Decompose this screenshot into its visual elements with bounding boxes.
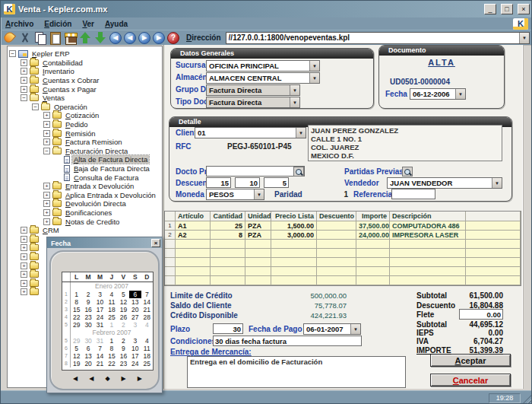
- tree-item-pedido[interactable]: +Pedido: [8, 120, 162, 129]
- tree-item-cuentas-x-pagar[interactable]: +Cuentas x Pagar: [8, 84, 162, 94]
- table-cell[interactable]: 24,000.00: [356, 231, 390, 240]
- table-cell[interactable]: 1,500.00: [271, 221, 317, 231]
- search-icon[interactable]: [293, 167, 304, 177]
- flame-icon[interactable]: [3, 31, 16, 44]
- expand-toggle-icon[interactable]: +: [21, 68, 27, 75]
- expand-toggle-icon[interactable]: +: [21, 227, 27, 234]
- calendar-day[interactable]: 28: [141, 313, 153, 321]
- cut-icon[interactable]: [18, 31, 31, 44]
- tree-item-ventas[interactable]: −Ventas: [8, 94, 162, 103]
- calendar-day[interactable]: 8: [106, 345, 117, 352]
- table-cell[interactable]: 3,000.00: [271, 231, 317, 240]
- calendar-day[interactable]: 5: [118, 291, 129, 298]
- maximize-button[interactable]: □: [501, 4, 513, 14]
- table-cell[interactable]: [356, 267, 390, 276]
- calendar-day[interactable]: 2: [118, 321, 129, 329]
- calendar-day[interactable]: 23: [118, 360, 129, 367]
- calendar-day[interactable]: 19: [118, 306, 129, 313]
- calendar-day[interactable]: 18: [106, 306, 117, 313]
- table-cell[interactable]: [245, 258, 271, 267]
- copy-icon[interactable]: [33, 31, 46, 44]
- calendar-day[interactable]: 24: [129, 360, 141, 367]
- expand-toggle-icon[interactable]: +: [21, 253, 27, 260]
- move-down-icon[interactable]: [94, 31, 107, 44]
- calendar-day[interactable]: 3: [129, 321, 141, 329]
- moneda-combo[interactable]: PESOS▼: [206, 189, 264, 200]
- expand-toggle-icon[interactable]: +: [43, 112, 50, 119]
- expand-toggle-icon[interactable]: +: [21, 262, 27, 269]
- table-row-empty[interactable]: [165, 258, 521, 267]
- calendar-day[interactable]: 11: [141, 345, 153, 352]
- expand-toggle-icon[interactable]: +: [43, 218, 50, 225]
- calendar-day[interactable]: 1: [106, 337, 117, 345]
- tree-item-devoluci-n-directa[interactable]: +Devolución Directa: [8, 199, 162, 208]
- table-cell[interactable]: [466, 240, 521, 249]
- table-cell[interactable]: [271, 249, 317, 258]
- expand-toggle-icon[interactable]: +: [21, 59, 27, 66]
- expand-toggle-icon[interactable]: +: [43, 183, 50, 189]
- calendar-day[interactable]: 15: [71, 306, 82, 313]
- chevron-down-icon[interactable]: ▼: [455, 89, 465, 99]
- plazo-input[interactable]: [213, 323, 243, 334]
- minimize-button[interactable]: _: [484, 4, 496, 14]
- calendar-day[interactable]: 29: [71, 321, 82, 329]
- fecha-pago-combo[interactable]: 06-01-2007▼: [303, 323, 361, 335]
- descuento-input-2[interactable]: [235, 177, 260, 188]
- help-icon[interactable]: ?: [167, 32, 179, 44]
- calendar-day[interactable]: 17: [94, 306, 106, 313]
- vendedor-combo[interactable]: JUAN VENDEDOR▼: [387, 177, 502, 189]
- table-cell[interactable]: 8: [211, 231, 245, 240]
- calendar-day[interactable]: 10: [94, 298, 106, 306]
- cliente-combo[interactable]: 01▼: [195, 127, 306, 138]
- tree-item-operaci-n[interactable]: −Operación: [8, 103, 162, 112]
- entrega-textarea[interactable]: Entrega en el domicilio de Facturación: [187, 356, 406, 388]
- calendar-day[interactable]: 6: [82, 345, 93, 352]
- calendar-day[interactable]: 21: [141, 306, 153, 313]
- table-cell[interactable]: [356, 240, 390, 249]
- cal-today-icon[interactable]: ◆: [105, 375, 109, 382]
- calendar-day[interactable]: 17: [129, 352, 141, 360]
- address-input[interactable]: [226, 33, 519, 43]
- table-cell[interactable]: [317, 231, 356, 240]
- calendar-day[interactable]: 7: [94, 345, 106, 352]
- calendar-day[interactable]: 14: [141, 298, 153, 306]
- table-cell[interactable]: [317, 249, 356, 258]
- table-cell[interactable]: [317, 267, 356, 276]
- table-cell[interactable]: [356, 249, 390, 258]
- calendar-day[interactable]: 16: [118, 352, 129, 360]
- tree-item-bonificaciones[interactable]: +Bonificaciones: [8, 208, 162, 218]
- table-cell[interactable]: [466, 276, 521, 285]
- tree-item-contabilidad[interactable]: +Contabilidad: [8, 59, 162, 68]
- calendar-day[interactable]: 27: [129, 313, 141, 321]
- table-row[interactable]: 2A28PZA3,000.0024,000.00IMPRESORA LASER: [165, 231, 521, 240]
- tree-item-facturaci-n-directa[interactable]: −Facturación Directa: [8, 147, 162, 156]
- vertical-scrollbar[interactable]: [522, 45, 532, 389]
- table-row-empty[interactable]: [165, 276, 521, 285]
- table-cell[interactable]: [211, 276, 245, 285]
- calendar-day[interactable]: 25: [141, 360, 153, 367]
- calendar-day[interactable]: 22: [71, 313, 82, 321]
- calendar-day[interactable]: 26: [118, 313, 129, 321]
- chevron-down-icon[interactable]: ▼: [290, 85, 299, 95]
- tree-item-cuentas-x-cobrar[interactable]: +Cuentas x Cobrar: [8, 76, 162, 85]
- aceptar-button[interactable]: Aceptar: [430, 354, 511, 367]
- nav-first-icon[interactable]: ◀: [109, 32, 122, 44]
- table-cell[interactable]: [356, 276, 390, 285]
- table-cell[interactable]: PZA: [245, 221, 271, 231]
- expand-toggle-icon[interactable]: +: [21, 244, 27, 251]
- table-cell[interactable]: [211, 258, 245, 267]
- referencia-input[interactable]: [391, 189, 435, 199]
- move-up-icon[interactable]: [79, 31, 92, 44]
- expand-toggle-icon[interactable]: −: [32, 103, 39, 110]
- chevron-down-icon[interactable]: ▼: [296, 128, 306, 138]
- expand-toggle-icon[interactable]: +: [43, 138, 50, 145]
- calendar-day[interactable]: 4: [141, 321, 153, 329]
- expand-toggle-icon[interactable]: +: [21, 288, 27, 295]
- store-icon[interactable]: [64, 31, 77, 44]
- calendar-day[interactable]: 1: [106, 321, 117, 329]
- calendar-day[interactable]: 25: [106, 313, 117, 321]
- tipo-docto-combo[interactable]: Factura Directa▼: [206, 97, 300, 108]
- table-cell[interactable]: [390, 258, 466, 267]
- calendar-day[interactable]: 2: [82, 291, 93, 298]
- table-cell[interactable]: [317, 240, 356, 249]
